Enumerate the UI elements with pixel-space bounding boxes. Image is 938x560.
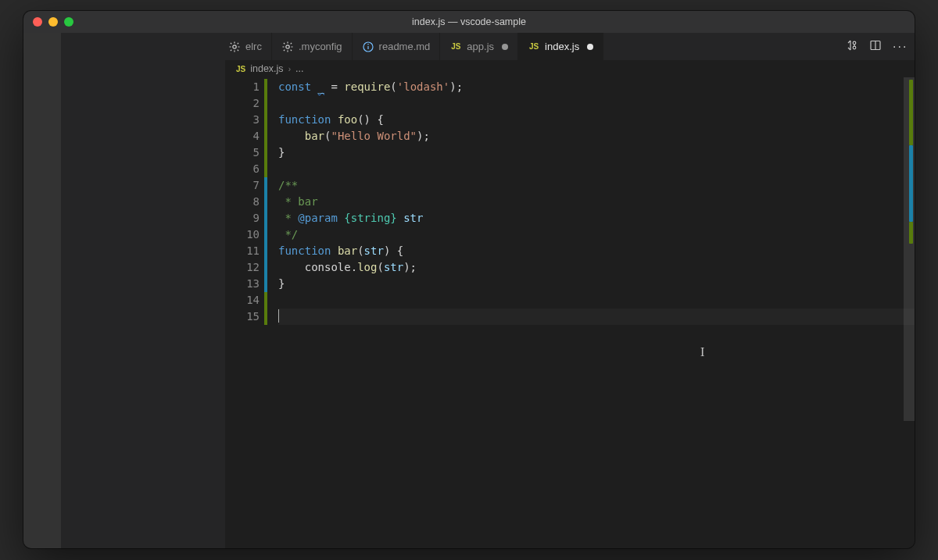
tab-myconfig[interactable]: .myconfig bbox=[272, 33, 353, 60]
line-number: 10 bbox=[225, 226, 260, 243]
workbench: elrc.myconfigreadme.mdJSapp.jsJSindex.js… bbox=[23, 33, 915, 548]
code-line[interactable]: } bbox=[278, 276, 915, 292]
titlebar: index.js — vscode-sample bbox=[23, 11, 915, 33]
line-number: 15 bbox=[225, 309, 260, 325]
line-number: 2 bbox=[225, 95, 260, 112]
modified-indicator-icon bbox=[502, 44, 508, 50]
tab-appjs[interactable]: JSapp.js bbox=[440, 33, 518, 60]
window-controls bbox=[33, 17, 73, 27]
line-number-gutter: 123456789101112131415 bbox=[225, 77, 264, 548]
tab-label: elrc bbox=[245, 41, 262, 52]
app-window: index.js — vscode-sample elrc.myconfigre… bbox=[23, 11, 915, 548]
breadcrumb[interactable]: JS index.js › ... bbox=[225, 60, 915, 77]
svg-point-6 bbox=[853, 46, 856, 49]
overview-mark bbox=[909, 145, 913, 222]
tab-label: index.js bbox=[545, 41, 579, 52]
breadcrumb-file: index.js bbox=[250, 63, 283, 74]
compare-changes-icon[interactable] bbox=[846, 39, 858, 55]
caret bbox=[278, 309, 279, 323]
line-number: 4 bbox=[225, 128, 260, 144]
breadcrumb-rest: ... bbox=[295, 63, 303, 74]
code-line[interactable] bbox=[278, 161, 915, 177]
overview-mark bbox=[909, 222, 913, 244]
chevron-right-icon: › bbox=[288, 65, 291, 73]
more-actions-icon[interactable]: ··· bbox=[893, 41, 905, 53]
tab-bar: elrc.myconfigreadme.mdJSapp.jsJSindex.js… bbox=[225, 33, 915, 60]
svg-point-4 bbox=[367, 44, 369, 45]
side-bar[interactable] bbox=[61, 33, 225, 548]
code-line[interactable] bbox=[278, 95, 915, 112]
code-line[interactable]: /** bbox=[278, 177, 915, 194]
svg-point-0 bbox=[233, 45, 236, 48]
tab-elrc[interactable]: elrc bbox=[225, 33, 272, 60]
svg-point-5 bbox=[853, 41, 856, 45]
zoom-window-icon[interactable] bbox=[64, 17, 73, 27]
line-number: 5 bbox=[225, 144, 260, 161]
tab-label: app.js bbox=[467, 41, 494, 52]
line-number: 11 bbox=[225, 243, 260, 259]
minimize-window-icon[interactable] bbox=[48, 17, 58, 27]
code-editor[interactable]: 123456789101112131415 const _ = require(… bbox=[225, 77, 915, 548]
tab-indexjs[interactable]: JSindex.js bbox=[518, 33, 603, 60]
editor-group: elrc.myconfigreadme.mdJSapp.jsJSindex.js… bbox=[225, 33, 915, 548]
overview-ruler[interactable] bbox=[904, 77, 915, 548]
js-icon: JS bbox=[449, 41, 462, 53]
code-line[interactable]: * @param {string} str bbox=[278, 210, 915, 226]
code-line[interactable]: function bar(str) { bbox=[278, 243, 915, 259]
window-title: index.js — vscode-sample bbox=[23, 16, 915, 27]
line-number: 3 bbox=[225, 112, 260, 128]
gear-icon bbox=[228, 41, 241, 53]
code-content[interactable]: const _ = require('lodash');function foo… bbox=[267, 77, 915, 548]
modified-indicator-icon bbox=[587, 44, 593, 50]
code-line[interactable]: */ bbox=[278, 226, 915, 243]
info-icon bbox=[362, 41, 374, 53]
js-file-icon: JS bbox=[236, 63, 245, 74]
split-editor-icon[interactable] bbox=[869, 39, 882, 55]
code-line[interactable]: } bbox=[278, 144, 915, 161]
code-line[interactable] bbox=[278, 309, 915, 325]
line-number: 13 bbox=[225, 276, 260, 292]
code-line[interactable]: console.log(str); bbox=[278, 259, 915, 276]
tab-label: .myconfig bbox=[299, 41, 342, 52]
close-window-icon[interactable] bbox=[33, 17, 42, 27]
tab-readmemd[interactable]: readme.md bbox=[353, 33, 441, 60]
code-line[interactable]: bar("Hello World"); bbox=[278, 128, 915, 144]
code-line[interactable]: function foo() { bbox=[278, 112, 915, 128]
code-line[interactable]: const _ = require('lodash'); bbox=[278, 79, 915, 95]
line-number: 14 bbox=[225, 292, 260, 309]
line-number: 8 bbox=[225, 194, 260, 210]
line-number: 7 bbox=[225, 177, 260, 194]
tab-label: readme.md bbox=[379, 41, 431, 52]
svg-point-1 bbox=[286, 45, 289, 48]
code-line[interactable]: * bar bbox=[278, 194, 915, 210]
gear-icon bbox=[281, 41, 294, 53]
overview-mark bbox=[909, 80, 913, 145]
line-number: 12 bbox=[225, 259, 260, 276]
line-number: 6 bbox=[225, 161, 260, 177]
tab-actions: ··· bbox=[836, 33, 915, 60]
code-line[interactable] bbox=[278, 292, 915, 309]
line-number: 1 bbox=[225, 79, 260, 95]
line-number: 9 bbox=[225, 210, 260, 226]
activity-bar[interactable] bbox=[23, 33, 61, 548]
js-icon: JS bbox=[528, 41, 540, 53]
